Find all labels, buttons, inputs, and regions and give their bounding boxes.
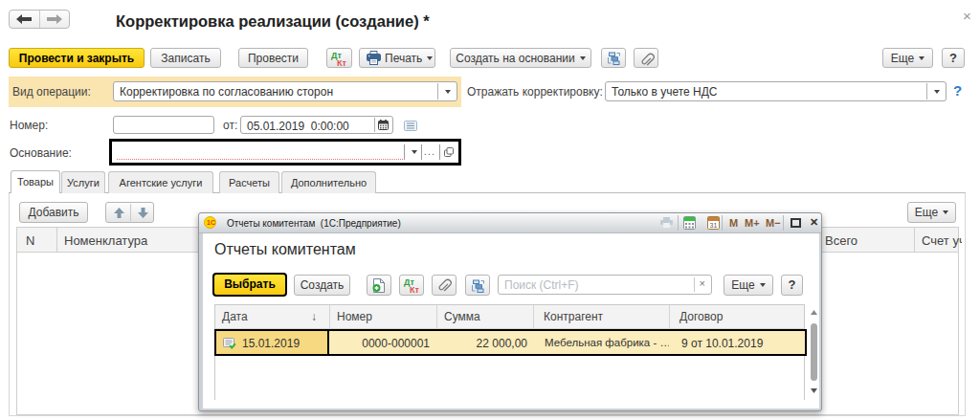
svg-text:31: 31	[710, 222, 718, 229]
